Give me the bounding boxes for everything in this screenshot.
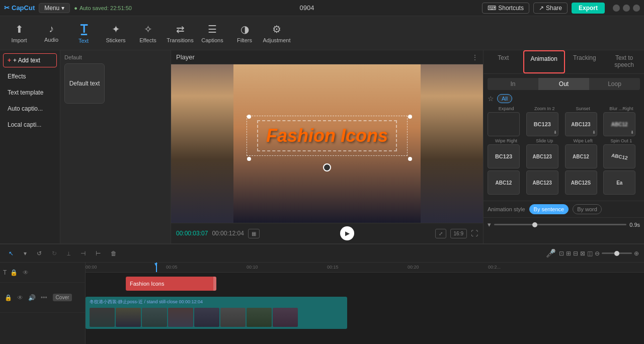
add-text-button[interactable]: + Add text: [3, 53, 57, 67]
video-eye-button[interactable]: 👁: [16, 293, 25, 302]
anim-card-zoom-in-2[interactable]: BC123 ⬇: [526, 112, 558, 136]
tool-import[interactable]: ⬆ Import: [4, 19, 34, 48]
duration-slider[interactable]: [494, 224, 626, 225]
anim-text: ABC12: [611, 122, 628, 127]
anim-card-row3-3[interactable]: ABC12S: [565, 170, 597, 195]
animation-row-3: ABC12 ABC123 ABC12S Ea: [488, 170, 640, 195]
text-template-button[interactable]: Text template: [3, 85, 57, 100]
shortcuts-button[interactable]: ⌨ Shortcuts: [482, 3, 529, 14]
video-more-button[interactable]: •••: [39, 293, 49, 302]
anim-card-wipe-right[interactable]: BC123: [488, 144, 520, 168]
zoom-grid-button[interactable]: ⊞: [566, 250, 571, 257]
effects-button[interactable]: Effects: [3, 69, 57, 83]
tab-text[interactable]: Text: [484, 50, 523, 73]
close-button[interactable]: [633, 5, 640, 12]
tool-captions[interactable]: ☰ Captions: [197, 19, 227, 48]
loop-button[interactable]: Loop: [589, 78, 640, 90]
mic-button[interactable]: 🎤: [546, 248, 556, 258]
share-button[interactable]: ↗ Share: [533, 3, 568, 14]
anim-card-expand[interactable]: [488, 112, 520, 136]
anim-card-wipe-left[interactable]: ABC12: [565, 144, 597, 168]
tool-adjustment[interactable]: ⚙ Adjustment: [262, 19, 292, 48]
split-left-button[interactable]: ⊣: [77, 248, 89, 259]
tab-tracking[interactable]: Tracking: [565, 50, 605, 73]
tab-text-to-speech[interactable]: Text to speech: [604, 50, 644, 73]
anim-label-wipe-left: Wipe Left: [565, 138, 602, 143]
video-lock-button[interactable]: 🔒: [3, 293, 14, 302]
by-sentence-button[interactable]: By sentence: [529, 204, 569, 214]
current-time[interactable]: 00:00:03:07: [176, 230, 208, 237]
timeline: ↖ ▾ ↺ ↻ ⟂ ⊣ ⊢ 🗑 🎤 ⊡ ⊞ ⊟ ⊠ ◫ ⊖ ⊕ T 🔒 👁: [0, 243, 644, 344]
menu-button[interactable]: Menu ▾: [39, 3, 70, 13]
by-word-button[interactable]: By word: [573, 204, 602, 214]
playhead[interactable]: [156, 263, 157, 272]
zoom-out-button[interactable]: ⊖: [595, 250, 600, 257]
anim-card-sunset[interactable]: ABC123 ⬇: [565, 112, 597, 136]
export-button[interactable]: Export: [572, 3, 605, 14]
expand-button[interactable]: ⤢: [435, 229, 446, 238]
anim-card-spin-out-1[interactable]: ABC12: [603, 144, 635, 168]
anim-card-row3-1[interactable]: ABC12: [488, 170, 520, 195]
anim-card-row3-4[interactable]: Ea: [603, 170, 635, 195]
out-button[interactable]: Out: [538, 78, 589, 90]
fullscreen-button[interactable]: ⛶: [471, 229, 478, 237]
video-frames: [88, 308, 345, 327]
aspect-ratio-badge[interactable]: 16:9: [450, 229, 467, 238]
cursor-dropdown[interactable]: ▾: [20, 248, 30, 259]
delete-button[interactable]: 🗑: [107, 248, 120, 259]
fashion-text-overlay[interactable]: Fashion Icons: [257, 120, 397, 151]
zoom-link-button[interactable]: ⊟: [573, 250, 578, 257]
tool-filters[interactable]: ◑ Filters: [229, 19, 260, 48]
cursor-tool[interactable]: ↖: [5, 248, 17, 259]
zoom-clock[interactable]: ⊕: [634, 250, 639, 257]
tool-text[interactable]: T̲ Text: [68, 19, 99, 48]
all-filter-button[interactable]: All: [497, 94, 512, 103]
text-lock-button[interactable]: 🔒: [9, 268, 19, 277]
tool-effects[interactable]: ✧ Effects: [133, 19, 163, 48]
right-panel: Text Animation Tracking Text to speech I…: [483, 50, 644, 243]
text-clip-fashion-icons[interactable]: Fashion Icons: [126, 277, 216, 291]
zoom-slider[interactable]: [602, 252, 632, 254]
topbar: ✂ CapCut Menu ▾ Auto saved: 22:51:50 090…: [0, 0, 644, 16]
grid-view-button[interactable]: ▦: [248, 229, 260, 238]
app-name: CapCut: [12, 4, 35, 12]
text-panel: Default Default text: [60, 50, 171, 243]
zoom-split-button[interactable]: ◫: [587, 250, 593, 257]
clip-right-handle[interactable]: [213, 277, 216, 291]
player-area: Player ⋮ Fashion Icons: [171, 50, 483, 243]
zoom-controls: ⊡ ⊞ ⊟ ⊠ ◫ ⊖ ⊕: [559, 250, 639, 257]
default-text-card[interactable]: Default text: [64, 63, 105, 104]
anim-card-row3-2[interactable]: ABC123: [526, 170, 558, 195]
main-content: + Add text Effects Text template Auto ca…: [0, 50, 644, 243]
collapse-button[interactable]: ▾: [488, 221, 491, 228]
text-eye-button[interactable]: 👁: [21, 268, 30, 277]
anim-text: ABC12: [573, 154, 589, 159]
player-controls: 00:00:03:07 00:00:12:04 ▦ ▶ ⤢ 16:9 ⛶: [171, 223, 483, 243]
player-menu-icon[interactable]: ⋮: [472, 54, 478, 61]
split-right-button[interactable]: ⊢: [92, 248, 104, 259]
local-caption-button[interactable]: Local capti...: [3, 118, 57, 132]
split-button[interactable]: ⟂: [63, 248, 74, 259]
minimize-button[interactable]: [613, 5, 620, 12]
undo-button[interactable]: ↺: [33, 248, 45, 259]
zoom-merge-button[interactable]: ⊠: [580, 250, 585, 257]
tool-audio[interactable]: ♪ Audio: [36, 19, 66, 48]
favorite-button[interactable]: ☆: [488, 95, 494, 103]
in-button[interactable]: In: [488, 78, 538, 90]
video-track-controls: 🔒 👁 🔊 ••• Cover: [0, 283, 85, 313]
tool-transitions[interactable]: ⇄ Transitions: [165, 19, 195, 48]
import-icon: ⬆: [15, 23, 24, 35]
zoom-fit-button[interactable]: ⊡: [559, 250, 564, 257]
tool-stickers[interactable]: ✦ Stickers: [101, 19, 131, 48]
download-icon: ⬇: [592, 130, 596, 135]
maximize-button[interactable]: [623, 5, 630, 12]
redo-button[interactable]: ↻: [48, 248, 60, 259]
video-audio-button[interactable]: 🔊: [27, 293, 37, 302]
ruler-mark-20: 00:20: [408, 265, 419, 270]
tab-animation[interactable]: Animation: [523, 50, 565, 73]
anim-card-blur-right[interactable]: ABC12 ⬇: [603, 112, 635, 136]
play-button[interactable]: ▶: [340, 226, 354, 240]
anim-card-slide-up[interactable]: ABC123: [526, 144, 558, 168]
auto-caption-button[interactable]: Auto captio...: [3, 102, 57, 116]
video-clip-main[interactable]: 冬纹港小西装-静止poss-近 / stand still-close 00:0…: [86, 297, 347, 329]
